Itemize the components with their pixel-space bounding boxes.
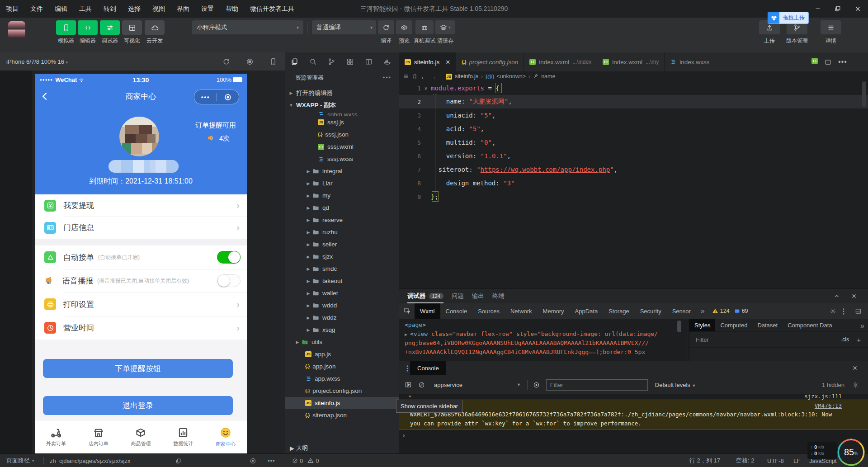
styles-tab-Styles[interactable]: Styles bbox=[689, 319, 715, 331]
add-style-icon[interactable]: + bbox=[857, 336, 861, 344]
tree-item-app.json[interactable]: {..}app.json bbox=[285, 360, 400, 373]
tree-item-app.js[interactable]: JSapp.js bbox=[285, 348, 400, 360]
wxml-dom-tree[interactable]: <page>▶ <view class="navbar flex-row" st… bbox=[399, 319, 688, 361]
devtools-settings-icon[interactable] bbox=[830, 308, 836, 315]
nav-back-icon[interactable]: ← bbox=[420, 73, 427, 80]
console-sidebar-icon[interactable] bbox=[405, 381, 412, 388]
menu-row[interactable]: 语音播报(语音播报已关闭,自动接单关闭后有效) bbox=[35, 269, 247, 292]
tab-商品管理[interactable]: 商品管理 bbox=[120, 420, 162, 453]
code-line[interactable]: 5 multiid: "0", bbox=[399, 136, 868, 149]
styles-tab-Dataset[interactable]: Dataset bbox=[752, 319, 783, 331]
menu-row[interactable]: 打印设置› bbox=[35, 292, 247, 316]
styles-tab-Component Data[interactable]: Component Data bbox=[783, 319, 837, 331]
split-editor-icon[interactable] bbox=[825, 59, 831, 66]
devtools-tab-AppData[interactable]: AppData bbox=[570, 303, 604, 319]
wxml-node[interactable]: +nxBvIAAAACklEQVQI12NgAAAAggCB4iC8MvAAAA… bbox=[405, 349, 645, 355]
code-line[interactable]: 6 version: "1.0.1", bbox=[399, 149, 868, 163]
wxml-node[interactable]: ▶ <view class="navbar flex-row" style="b… bbox=[405, 330, 658, 337]
menu-row[interactable]: 我要提现› bbox=[35, 194, 247, 217]
menu-item-0[interactable]: 项目 bbox=[0, 0, 24, 18]
tree-item-app.wxss[interactable]: app.wxss bbox=[285, 373, 400, 385]
toggle-on[interactable] bbox=[217, 251, 241, 264]
avatar[interactable] bbox=[119, 117, 159, 156]
files-icon[interactable] bbox=[291, 58, 298, 66]
tree-item-ruzhu[interactable]: ▶ruzhu bbox=[285, 226, 400, 238]
more-icon[interactable]: ••• bbox=[383, 75, 392, 81]
log-source-link[interactable]: sjzx.js:111 bbox=[804, 394, 842, 400]
styles-tab-Computed[interactable]: Computed bbox=[715, 319, 752, 331]
tree-item-sitemap.json[interactable]: {..}sitemap.json bbox=[285, 409, 400, 421]
调试器-button[interactable] bbox=[100, 20, 120, 35]
console-prompt[interactable]: › bbox=[403, 432, 405, 439]
outline-section[interactable]: ▶大纲 bbox=[285, 442, 400, 454]
order-remind-button[interactable]: 下单提醒按钮 bbox=[43, 359, 233, 378]
编译-button[interactable] bbox=[378, 20, 394, 34]
code-line[interactable]: 7 siteroot: "https://wq.wobbt.com/app/in… bbox=[399, 163, 868, 176]
breadcrumb-file[interactable]: siteinfo.js bbox=[455, 73, 478, 80]
console-tab[interactable]: Console bbox=[410, 361, 446, 375]
devtools-tab-Network[interactable]: Network bbox=[505, 303, 538, 319]
levels-dropdown[interactable]: Default levels ▼ bbox=[655, 382, 696, 388]
tab-店内订单[interactable]: 店内订单 bbox=[77, 420, 120, 453]
devtools-tab-Wxml[interactable]: Wxml bbox=[415, 303, 440, 319]
path-more-icon[interactable]: ••• bbox=[268, 454, 275, 467]
tree-item-sphm.wxss[interactable]: sphm.wxss bbox=[285, 111, 400, 116]
sim-device-icon[interactable] bbox=[269, 58, 277, 66]
tab-商家中心[interactable]: 商家中心 bbox=[204, 420, 247, 453]
live-expression-icon[interactable] bbox=[533, 382, 540, 388]
performance-gauge[interactable]: 85% bbox=[837, 438, 865, 467]
page-path-selector[interactable]: 页面路径▾ bbox=[6, 454, 34, 467]
menu-item-1[interactable]: 文件 bbox=[24, 0, 49, 18]
真机调试-button[interactable] bbox=[415, 20, 434, 34]
详情-button[interactable] bbox=[821, 20, 841, 34]
menu-item-7[interactable]: 界面 bbox=[171, 0, 195, 18]
tree-item-utils[interactable]: ▶utils bbox=[285, 336, 400, 348]
editor-tab-project.config.json[interactable]: {..}project.config.json bbox=[456, 52, 524, 71]
tree-item-seller[interactable]: ▶seller bbox=[285, 238, 400, 250]
fold-icon[interactable]: ∨ bbox=[421, 86, 431, 91]
breadcrumb-symbol[interactable]: name bbox=[541, 73, 555, 80]
debug-tab-调试器[interactable]: 调试器124 bbox=[407, 289, 443, 303]
more-actions-icon[interactable]: ••• bbox=[838, 58, 847, 66]
outline-list-icon[interactable] bbox=[403, 73, 409, 80]
toggle-off[interactable] bbox=[217, 274, 241, 287]
清缓存-button[interactable]: ▾ bbox=[435, 20, 455, 34]
editor-tab-index.wxss[interactable]: index.wxss bbox=[665, 52, 715, 71]
code-line[interactable]: 2 name: "大鹏资源网", bbox=[399, 95, 868, 108]
tree-item-sjzx[interactable]: ▶sjzx bbox=[285, 250, 400, 263]
copy-path-icon[interactable] bbox=[175, 454, 181, 467]
tree-item-reserve[interactable]: ▶reserve bbox=[285, 214, 400, 226]
editor-scrollbar[interactable] bbox=[862, 81, 866, 107]
code-line[interactable]: 1∨module.exports = { bbox=[399, 81, 868, 95]
editor-tab-index.wxml[interactable]: index.wxml...\index bbox=[524, 52, 597, 71]
menu-row[interactable]: 自动接单(自动接单已开启) bbox=[35, 245, 247, 269]
code-line[interactable]: 3 uniacid: "5", bbox=[399, 108, 868, 122]
bookmark-icon[interactable] bbox=[412, 74, 418, 80]
模拟器-button[interactable] bbox=[56, 20, 76, 35]
tree-item-my[interactable]: ▶my bbox=[285, 189, 400, 202]
eol[interactable]: LF bbox=[793, 454, 800, 467]
breadcrumb-scope[interactable]: <unknown> bbox=[496, 73, 526, 80]
tree-item-sssj.wxss[interactable]: sssj.wxss bbox=[285, 153, 400, 165]
cls-button[interactable]: .cls bbox=[841, 336, 849, 343]
devtools-tab-Storage[interactable]: Storage bbox=[603, 303, 635, 319]
winsplit-icon[interactable] bbox=[365, 58, 373, 66]
device-selector[interactable]: iPhone 6/7/8 100% 16 ▾ bbox=[6, 58, 68, 65]
code-editor[interactable]: 1∨module.exports = {2 name: "大鹏资源网",3 un… bbox=[399, 81, 868, 288]
console-filter-input[interactable]: Filter bbox=[546, 379, 648, 391]
wxml-node[interactable]: png;base64,iVBORw0KGgoAAAANSUhEUgAAAAEAA… bbox=[405, 340, 649, 346]
sim-record-icon[interactable] bbox=[246, 58, 254, 66]
debug-tab-问题[interactable]: 问题 bbox=[452, 289, 464, 303]
tree-item-xsqg[interactable]: ▶xsqg bbox=[285, 324, 400, 336]
tree-item-smdc[interactable]: ▶smdc bbox=[285, 263, 400, 275]
menu-item-5[interactable]: 选择 bbox=[122, 0, 146, 18]
menu-item-6[interactable]: 视图 bbox=[146, 0, 171, 18]
encoding[interactable]: UTF-8 bbox=[767, 454, 784, 467]
devtools-tab-Memory[interactable]: Memory bbox=[538, 303, 570, 319]
debug-tab-输出[interactable]: 输出 bbox=[472, 289, 484, 303]
code-line[interactable]: 9}; bbox=[399, 190, 868, 203]
ext-icon[interactable] bbox=[346, 58, 354, 66]
tree-item-wallet[interactable]: ▶wallet bbox=[285, 287, 400, 299]
wxml-scrollbar[interactable] bbox=[677, 321, 681, 332]
cursor-position[interactable]: 行 2，列 17 bbox=[689, 454, 720, 467]
